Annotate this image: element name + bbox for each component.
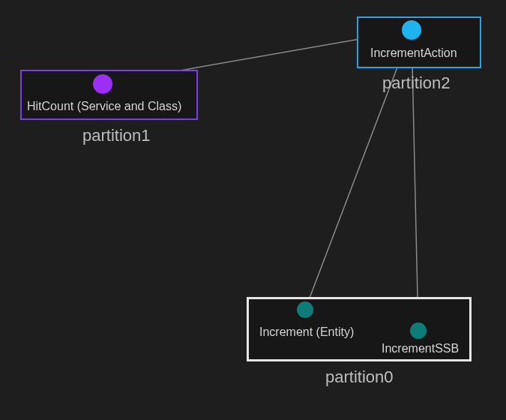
edge-incrementaction-incremententity [305,30,412,310]
partition-2-label: partition2 [382,74,451,93]
node-increment-ssb-label: IncrementSSB [382,342,459,356]
node-increment-entity-label: Increment (Entity) [259,326,354,339]
node-hitcount-label: HitCount (Service and Class) [27,100,181,113]
partition-1-label: partition1 [82,126,151,146]
partition-0-label: partition0 [325,368,394,387]
node-hitcount[interactable] [93,74,112,94]
node-increment-action[interactable] [402,20,421,40]
node-increment-action-label: IncrementAction [370,46,457,60]
node-increment-ssb[interactable] [410,322,427,339]
node-increment-entity[interactable] [297,302,313,318]
graph-canvas[interactable]: partition1 partition2 partition0 HitCoun… [0,0,506,420]
